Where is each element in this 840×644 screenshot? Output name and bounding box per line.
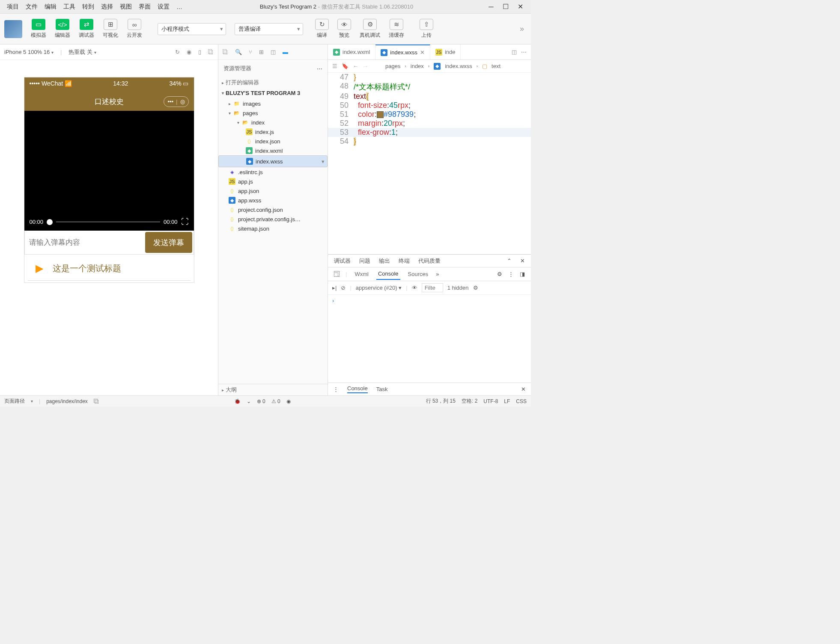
video-player[interactable]: 00:00 00:00 ⛶ (24, 111, 194, 231)
crumb-index[interactable]: index (411, 63, 424, 69)
back-arrow-icon[interactable]: ← (353, 63, 358, 69)
device-icon[interactable]: ▯ (198, 49, 201, 55)
tree-file-sitemap[interactable]: {}sitemap.json (218, 224, 328, 233)
inner-tab-sources[interactable]: Sources (406, 269, 430, 279)
maximize-button[interactable]: ☐ (502, 3, 509, 11)
tree-file-indexjson[interactable]: {}index.json (218, 137, 328, 146)
play-step-icon[interactable]: ▸| (332, 285, 337, 291)
tree-file-projectprivate[interactable]: {}project.private.config.js… (218, 214, 328, 224)
compile-button[interactable]: ↻编译 (312, 17, 332, 41)
console-output[interactable]: › (328, 295, 531, 383)
debugger-button[interactable]: ⇄调试器 (75, 17, 98, 41)
page-path[interactable]: pages/index/index (46, 398, 88, 404)
chevron-up-icon[interactable]: ⌃ (507, 258, 512, 264)
rotate-icon[interactable]: ↻ (175, 49, 180, 55)
split-icon[interactable]: ◫ (271, 49, 276, 55)
visual-button[interactable]: ⊞可视化 (99, 17, 122, 41)
tree-folder-images[interactable]: ▸📁images (218, 99, 328, 108)
avatar[interactable] (4, 20, 22, 38)
cloud-button[interactable]: ∞云开发 (123, 17, 146, 41)
tree-file-indexwxss[interactable]: ◆index.wxss (218, 155, 328, 167)
copy-icon[interactable]: ⿻ (208, 49, 214, 55)
copy-path-icon[interactable]: ⿻ (94, 398, 99, 404)
editor-button[interactable]: </>编辑器 (51, 17, 74, 41)
bug-icon[interactable]: 🐞 (234, 398, 241, 404)
open-editors-section[interactable]: ▸打开的编辑器 (218, 77, 328, 88)
eol[interactable]: LF (504, 398, 510, 404)
tree-file-indexwxml[interactable]: ◆index.wxml (218, 146, 328, 155)
ext-icon[interactable]: ⊞ (259, 49, 264, 55)
error-count[interactable]: ⊗ 0 (257, 398, 265, 404)
tab-indexjs[interactable]: JSinde (430, 45, 461, 59)
close-button[interactable]: ✕ (516, 3, 524, 11)
clear-icon[interactable]: ⊘ (341, 285, 346, 291)
menu-project[interactable]: 项目 (3, 3, 22, 11)
mode-select[interactable]: 小程序模式 (158, 23, 226, 35)
tree-file-appjson[interactable]: {}app.json (218, 186, 328, 196)
video-scrubber[interactable] (47, 219, 53, 225)
dock-icon[interactable]: ◨ (520, 271, 525, 277)
crumb-symbol[interactable]: text (491, 63, 500, 69)
menu-tool[interactable]: 工具 (60, 3, 79, 11)
scope-select[interactable]: appservice (#20) ▾ (356, 285, 402, 291)
kebab-icon[interactable]: ⋮ (333, 386, 339, 392)
explorer-more-icon[interactable]: ⋯ (317, 65, 322, 72)
devtools-tab-output[interactable]: 输出 (379, 257, 390, 265)
branch-icon[interactable]: ⑂ (249, 49, 252, 55)
chevron-down-icon[interactable]: ⌄ (247, 398, 251, 404)
menu-view[interactable]: 视图 (116, 3, 135, 11)
hidden-label[interactable]: 1 hidden (447, 285, 469, 291)
send-danmu-button[interactable]: 发送弹幕 (145, 232, 192, 253)
kebab-icon[interactable]: ⋮ (508, 271, 514, 277)
menu-ui[interactable]: 界面 (135, 3, 154, 11)
realdebug-button[interactable]: ⚙真机调试 (356, 17, 384, 41)
video-progress[interactable] (56, 221, 160, 223)
menu-select[interactable]: 选择 (98, 3, 116, 11)
split-editor-icon[interactable]: ◫ (512, 49, 517, 55)
gear-icon[interactable]: ⚙ (473, 285, 478, 291)
inspect-icon[interactable]: ⿹ (334, 271, 340, 277)
tree-file-appjs[interactable]: JSapp.js (218, 177, 328, 186)
outline-section[interactable]: ▸大纲 (218, 384, 328, 395)
foot-tab-console[interactable]: Console (347, 385, 368, 393)
indentation[interactable]: 空格: 2 (462, 398, 477, 405)
record-icon[interactable]: ◉ (187, 49, 191, 55)
code-editor[interactable]: 47} 48/*文本标题样式*/ 49text{ 50 font-size:45… (328, 73, 531, 254)
menu-goto[interactable]: 转到 (79, 3, 98, 11)
devtools-close-icon[interactable]: ✕ (520, 258, 525, 264)
warning-count[interactable]: ⚠ 0 (271, 398, 280, 404)
hotreload-toggle[interactable]: 热重载 关 ▾ (69, 48, 96, 56)
docker-icon[interactable]: ▬ (283, 49, 288, 55)
foot-tab-task[interactable]: Task (376, 386, 388, 392)
tree-file-appwxss[interactable]: ◆app.wxss (218, 196, 328, 205)
eye-icon[interactable]: 👁 (412, 285, 417, 291)
tree-folder-index[interactable]: ▾📂index (218, 118, 328, 127)
capsule-button[interactable]: •••|◎ (164, 96, 188, 107)
filter-input[interactable] (422, 283, 443, 292)
danmu-input[interactable] (25, 231, 144, 254)
upload-button[interactable]: ⇧上传 (416, 17, 437, 41)
cursor-position[interactable]: 行 53，列 15 (426, 398, 456, 405)
tree-file-eslint[interactable]: ◈.eslintrc.js (218, 167, 328, 177)
device-select[interactable]: iPhone 5 100% 16 ▾ (4, 49, 54, 55)
search-icon[interactable]: 🔍 (235, 49, 242, 55)
gear-icon[interactable]: ⚙ (497, 271, 502, 277)
menu-settings[interactable]: 设置 (154, 3, 173, 11)
overflow-button[interactable]: » (517, 24, 527, 33)
menu-file[interactable]: 文件 (22, 3, 41, 11)
tree-file-projectconfig[interactable]: {}project.config.json (218, 205, 328, 214)
tree-file-indexjs[interactable]: JSindex.js (218, 127, 328, 137)
devtools-tab-terminal[interactable]: 终端 (399, 257, 410, 265)
encoding[interactable]: UTF-8 (483, 398, 498, 404)
crumb-pages[interactable]: pages (385, 63, 400, 69)
color-swatch[interactable] (377, 111, 384, 118)
tab-indexwxss[interactable]: ◆index.wxss✕ (375, 45, 430, 59)
devtools-tab-problems[interactable]: 问题 (359, 257, 370, 265)
forward-arrow-icon[interactable]: → (363, 63, 368, 69)
tree-folder-pages[interactable]: ▾📂pages (218, 108, 328, 118)
inner-tab-wxml[interactable]: Wxml (353, 269, 370, 279)
devtools-tab-quality[interactable]: 代码质量 (418, 257, 441, 265)
record-icon[interactable]: ◉ (286, 398, 291, 404)
devtools-tab-debugger[interactable]: 调试器 (334, 257, 351, 265)
close-tab-icon[interactable]: ✕ (420, 49, 425, 56)
